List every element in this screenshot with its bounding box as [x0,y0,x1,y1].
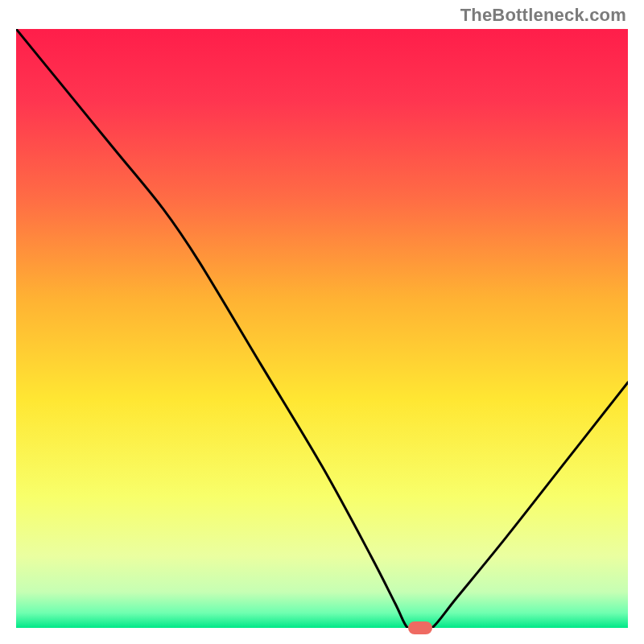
bottleneck-chart: TheBottleneck.com [0,0,644,644]
optimal-marker [408,621,432,634]
bottleneck-curve [16,29,628,628]
watermark-text: TheBottleneck.com [460,5,626,26]
plot-area [16,29,628,628]
curve-layer [16,29,628,628]
